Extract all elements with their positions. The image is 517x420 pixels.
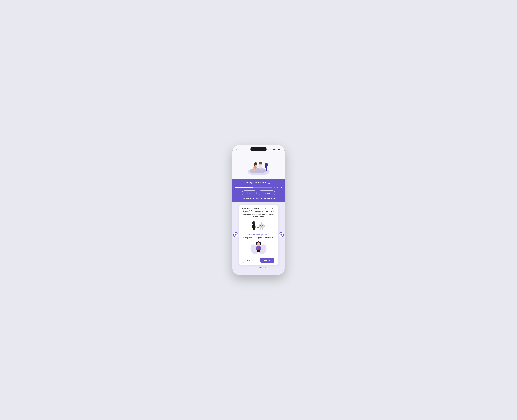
compliment-illustration	[250, 241, 267, 255]
status-time: 1:53	[236, 148, 240, 151]
svg-rect-37	[262, 228, 263, 230]
dot-3	[255, 267, 256, 269]
svg-rect-36	[260, 228, 261, 230]
progress-row: 5/10 cards	[235, 186, 282, 188]
svg-point-42	[257, 242, 260, 246]
svg-rect-27	[255, 226, 256, 228]
accept-button[interactable]: Accept	[260, 258, 274, 263]
svg-point-22	[252, 221, 255, 225]
svg-point-19	[236, 234, 236, 234]
click-hint-text: Click on the card to get details ↑↓	[247, 234, 270, 236]
svg-point-52	[281, 234, 281, 234]
svg-rect-48	[281, 235, 281, 235]
home-bar	[251, 272, 266, 273]
svg-rect-49	[281, 235, 282, 235]
settings-button[interactable]	[267, 181, 271, 185]
progress-label: 5/10 cards	[273, 186, 282, 188]
svg-rect-34	[259, 225, 260, 227]
svg-rect-46	[257, 250, 260, 252]
svg-rect-13	[259, 165, 262, 169]
ai-card-illustration	[250, 220, 267, 232]
svg-rect-30	[262, 225, 263, 226]
progress-bar-background	[235, 187, 272, 188]
battery-icon	[278, 149, 281, 150]
right-robot-button[interactable]	[279, 232, 284, 237]
main-content: What support do you need when feeling je…	[232, 202, 285, 271]
svg-rect-53	[280, 235, 281, 235]
main-card[interactable]: What support do you need when feeling je…	[239, 204, 278, 265]
svg-point-12	[259, 162, 262, 164]
click-hint-row: Click on the card to get details ↑↓	[241, 234, 276, 236]
tab-row: Diary History	[235, 190, 282, 195]
hint-line-right	[271, 235, 276, 235]
tab-history[interactable]: History	[258, 190, 275, 195]
profile-name: Mykyta & Partner	[246, 181, 266, 184]
card-row: What support do you need when feeling je…	[232, 204, 285, 265]
signal-icon	[272, 149, 274, 150]
card-subtitle: Compliment your partner personally.	[243, 237, 274, 239]
action-buttons: Remove Accept	[243, 258, 274, 263]
svg-rect-15	[235, 235, 236, 235]
dot-1	[251, 267, 252, 269]
dot-5-active	[259, 267, 262, 269]
home-indicator-area	[232, 271, 285, 275]
svg-rect-29	[260, 225, 261, 226]
svg-rect-20	[235, 235, 235, 235]
svg-rect-31	[261, 226, 262, 227]
dynamic-island	[251, 147, 266, 151]
status-icons: ∿	[272, 149, 281, 150]
svg-rect-23	[252, 225, 255, 228]
choose-label: Choose an AI card for the next date	[235, 197, 282, 200]
dot-2	[253, 267, 254, 269]
svg-rect-21	[236, 235, 237, 235]
dot-4	[257, 267, 258, 269]
tab-diary[interactable]: Diary	[242, 190, 257, 195]
svg-rect-25	[254, 228, 255, 230]
pagination-dots	[251, 267, 266, 269]
svg-line-10	[253, 167, 254, 168]
left-robot-button[interactable]	[233, 232, 238, 237]
status-bar: 1:53 ∿	[232, 145, 285, 152]
svg-rect-35	[264, 225, 265, 227]
svg-point-44	[259, 244, 259, 244]
wifi-icon: ∿	[275, 149, 277, 150]
hero-area	[232, 152, 285, 179]
remove-button[interactable]: Remove	[243, 258, 258, 263]
couple-illustration	[245, 154, 272, 176]
profile-name-row: Mykyta & Partner	[235, 181, 282, 185]
dot-7	[265, 267, 266, 269]
progress-bar-fill	[235, 187, 253, 188]
phone-shell: 1:53 ∿	[232, 145, 285, 275]
purple-header: Mykyta & Partner 5/10 cards Diary Histor…	[232, 179, 285, 202]
svg-point-5	[250, 168, 266, 173]
svg-rect-16	[236, 235, 236, 235]
hint-line-left	[241, 235, 246, 235]
svg-point-43	[258, 244, 258, 244]
dot-6	[263, 267, 264, 269]
svg-rect-54	[282, 235, 282, 235]
svg-point-33	[261, 222, 262, 223]
svg-rect-28	[259, 224, 264, 228]
svg-rect-24	[253, 228, 254, 230]
card-ai-question: What support do you need when feeling je…	[241, 207, 276, 218]
